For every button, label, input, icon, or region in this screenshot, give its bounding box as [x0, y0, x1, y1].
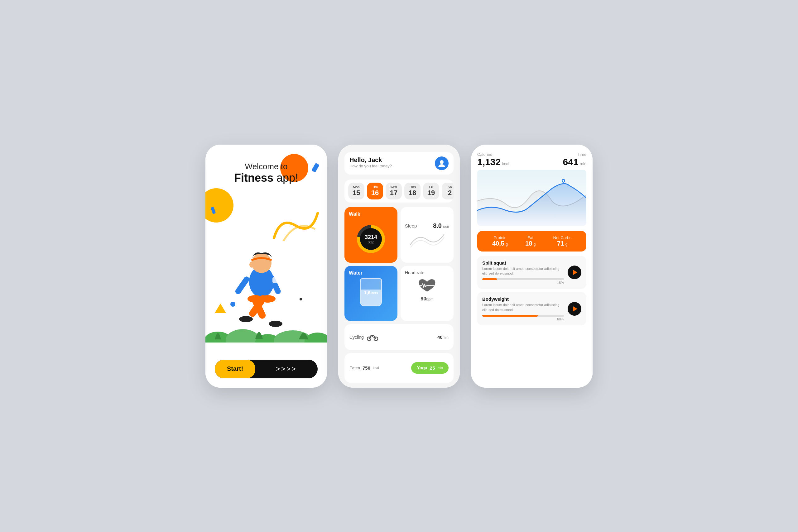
- bodyweight-progress-bar: [482, 315, 564, 317]
- protein-unit: g: [506, 242, 508, 247]
- chart-svg: [477, 170, 586, 226]
- cycling-title: Cycling: [349, 335, 364, 340]
- split-squat-progress-bar: [482, 278, 564, 280]
- bodyweight-name: Bodyweight: [482, 297, 564, 302]
- day-thrs18[interactable]: Thrs 18: [404, 183, 420, 200]
- calories-label: Calories: [477, 152, 509, 157]
- cycling-value: 40min: [437, 335, 449, 340]
- avatar-icon: [438, 159, 446, 167]
- arrows-label: >>>>: [255, 365, 318, 373]
- greeting-subtitle: How do you feel today?: [349, 164, 392, 168]
- fat-unit: g: [534, 242, 536, 247]
- welcome-title: Welcome to Fitness app!: [205, 162, 327, 185]
- day-wed17[interactable]: wed 17: [385, 183, 402, 200]
- welcome-screen: Welcome to Fitness app!: [205, 145, 327, 388]
- bpm-text: 90bpm: [420, 296, 433, 302]
- welcome-text: Welcome to: [205, 162, 327, 171]
- bodyweight-pct: 68%: [482, 317, 564, 321]
- fat-label: Fat: [525, 235, 535, 240]
- heart-svg: [418, 278, 436, 295]
- protein-macro: Protein 40,5 g: [492, 235, 508, 247]
- heart-icon-wrap: 90bpm: [405, 278, 449, 302]
- play-icon-2: [573, 306, 577, 312]
- day-sa20[interactable]: Sa 2: [442, 183, 454, 200]
- day-mon15[interactable]: Mon 15: [348, 183, 364, 200]
- calories-stat: Calories 1,132 kcal: [477, 152, 509, 167]
- walk-ring: 3214 Step: [357, 225, 385, 253]
- svg-point-16: [305, 332, 327, 343]
- day-thu16[interactable]: Thu 16: [367, 183, 383, 200]
- sleep-unit: hour: [442, 224, 449, 229]
- sleep-value: 8.0: [433, 222, 442, 229]
- fat-value: 18: [525, 240, 532, 247]
- split-squat-info: Split squat Lorem ipsum dolor sit amet, …: [482, 260, 564, 285]
- walk-steps: 3214: [365, 234, 377, 241]
- water-title: Water: [349, 270, 363, 276]
- eaten-section: Eaten 750kcal: [349, 365, 379, 370]
- walk-label: Step: [368, 241, 374, 244]
- carbs-value: 71: [557, 240, 564, 247]
- small-dot-deco: [300, 298, 302, 301]
- bodyweight-card[interactable]: Bodyweight Lorem ipsum dolor sit amet, c…: [477, 292, 586, 325]
- time-value: 641: [563, 157, 578, 167]
- walk-ring-inner: 3214 Step: [360, 228, 382, 250]
- cycling-widget[interactable]: Cycling 40min: [344, 324, 454, 350]
- bodyweight-play-button[interactable]: [568, 302, 581, 316]
- grass-svg: [205, 318, 327, 343]
- split-squat-name: Split squat: [482, 260, 564, 266]
- bodyweight-info: Bodyweight Lorem ipsum dolor sit amet, c…: [482, 297, 564, 321]
- water-glass: 1,6liters: [360, 278, 382, 306]
- app-text: app!: [273, 171, 298, 184]
- start-text: Start!: [227, 365, 243, 373]
- calories-value: 1,132: [477, 157, 501, 167]
- stats-header: Calories 1,132 kcal Time 641 min: [477, 152, 586, 167]
- screen1-phone: Welcome to Fitness app!: [205, 145, 327, 388]
- play-icon: [573, 270, 577, 275]
- heart-rate-title: Heart rate: [405, 270, 449, 275]
- eaten-unit: kcal: [373, 366, 379, 369]
- split-squat-play-button[interactable]: [568, 266, 581, 279]
- heart-rate-widget[interactable]: Heart rate 90bpm: [401, 266, 454, 321]
- sleep-row: Sleep 8.0hour: [405, 222, 449, 229]
- carbs-label: Net Carbs: [553, 235, 571, 240]
- macros-bar: Protein 40,5 g Fat 18 g Net Carbs: [477, 231, 586, 251]
- day-selector[interactable]: Mon 15 Thu 16 wed 17 Thrs 18 Fri 19: [344, 179, 454, 203]
- start-label[interactable]: Start!: [215, 360, 255, 378]
- dashboard-header: Hello, Jack How do you feel today?: [344, 152, 454, 174]
- split-squat-progress-fill: [482, 278, 497, 280]
- time-stat: Time 641 min: [563, 152, 586, 167]
- svg-point-13: [226, 329, 260, 343]
- water-widget[interactable]: Water 1,6liters: [344, 266, 397, 321]
- eaten-value: 750: [363, 365, 370, 370]
- greeting-text: Hello, Jack: [349, 156, 392, 164]
- carbs-unit: g: [566, 242, 568, 247]
- stats-screen: Calories 1,132 kcal Time 641 min: [471, 145, 593, 388]
- walk-title: Walk: [349, 211, 393, 217]
- walk-widget[interactable]: Walk 3214 Step: [344, 207, 397, 263]
- svg-point-24: [563, 180, 565, 182]
- fat-macro: Fat 18 g: [525, 235, 535, 247]
- sleep-widget[interactable]: Sleep 8.0hour: [401, 207, 454, 263]
- calories-unit: kcal: [502, 162, 509, 166]
- yoga-button[interactable]: Yoga 25min: [411, 362, 449, 374]
- day-fri19[interactable]: Fri 19: [423, 183, 439, 200]
- sleep-title: Sleep: [405, 223, 417, 228]
- bodyweight-progress-fill: [482, 315, 538, 317]
- svg-point-17: [440, 160, 443, 164]
- split-squat-card[interactable]: Split squat Lorem ipsum dolor sit amet, …: [477, 256, 586, 289]
- protein-value: 40,5: [492, 240, 505, 247]
- fitness-text: Fitness: [234, 171, 273, 184]
- start-button[interactable]: Start! >>>>: [215, 360, 318, 378]
- water-value: 1,6liters: [364, 289, 378, 295]
- stats-chart: [477, 170, 586, 226]
- svg-rect-11: [272, 277, 282, 283]
- carbs-macro: Net Carbs 71 g: [553, 235, 571, 247]
- yoga-title: Yoga: [417, 365, 427, 370]
- runner-illustration: [205, 185, 327, 363]
- svg-point-2: [249, 262, 254, 268]
- split-squat-desc: Lorem ipsum dolor sit amet, consectetur …: [482, 266, 564, 276]
- user-avatar[interactable]: [435, 156, 449, 170]
- yoga-unit: min: [437, 366, 443, 369]
- blue-dot-deco: [230, 302, 235, 307]
- screen2-phone: Hello, Jack How do you feel today? Mon 1…: [338, 145, 460, 388]
